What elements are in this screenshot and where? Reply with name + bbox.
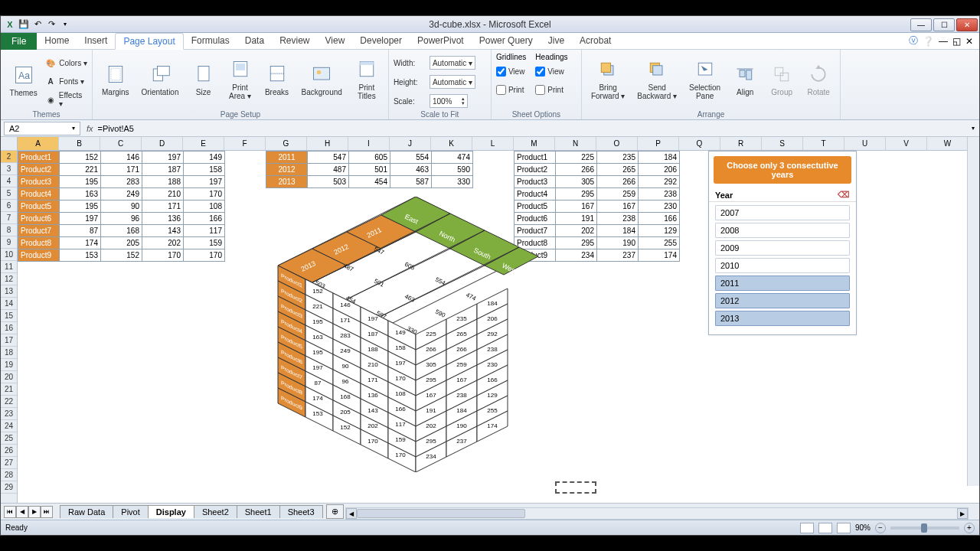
- zoom-level[interactable]: 90%: [855, 523, 871, 532]
- print-titles-button[interactable]: Print Titles: [350, 51, 384, 106]
- fonts-button[interactable]: AFonts ▾: [44, 73, 87, 90]
- headings-print-checkbox[interactable]: Print: [535, 81, 567, 98]
- height-dropdown[interactable]: Automatic▾: [430, 75, 475, 89]
- svg-text:96: 96: [342, 378, 349, 385]
- normal-view-button[interactable]: [800, 523, 814, 533]
- svg-text:234: 234: [426, 453, 436, 460]
- send-backward-button[interactable]: Send Backward ▾: [632, 51, 681, 106]
- slicer-item-2009[interactable]: 2009: [715, 240, 850, 256]
- maximize-button[interactable]: ☐: [933, 18, 955, 31]
- themes-button[interactable]: Aa Themes: [5, 52, 41, 107]
- row-headers[interactable]: 2345678910111213141516171819202122232425…: [1, 137, 18, 503]
- tab-insert[interactable]: Insert: [77, 33, 115, 49]
- horizontal-scrollbar[interactable]: ◀▶: [345, 507, 969, 520]
- group-button[interactable]: Group: [765, 51, 799, 106]
- bring-forward-button[interactable]: Bring Forward ▾: [586, 51, 629, 106]
- svg-text:237: 237: [456, 438, 467, 445]
- page-layout-view-button[interactable]: [818, 523, 832, 533]
- zoom-in-button[interactable]: +: [964, 523, 975, 533]
- redo-icon[interactable]: ↷: [45, 18, 57, 31]
- slicer-item-2013[interactable]: 2013: [715, 311, 850, 326]
- sheet-tab-sheet3[interactable]: Sheet3: [279, 505, 323, 518]
- table-years[interactable]: 2011547605554474201248750146359020135034…: [266, 151, 473, 188]
- svg-rect-23: [775, 67, 783, 76]
- year-slicer[interactable]: Choose only 3 consectutive years Year⌫ 2…: [708, 151, 857, 335]
- sheet-tab-sheet2[interactable]: Sheet2: [194, 505, 237, 518]
- slicer-item-2008[interactable]: 2008: [715, 223, 850, 238]
- expand-formula-icon[interactable]: ▾: [967, 125, 979, 132]
- table-products-left[interactable]: Product1152146197149Product2221171187158…: [18, 151, 225, 262]
- tab-developer[interactable]: Developer: [352, 33, 410, 49]
- sheet-tab-display[interactable]: Display: [148, 505, 194, 518]
- vertical-scrollbar[interactable]: [967, 137, 979, 486]
- effects-button[interactable]: ◉Effects ▾: [44, 91, 87, 108]
- background-button[interactable]: Background: [297, 51, 347, 106]
- tab-review[interactable]: Review: [272, 33, 317, 49]
- gridlines-view-checkbox[interactable]: View: [496, 63, 526, 80]
- align-button[interactable]: Align: [728, 51, 762, 106]
- svg-text:153: 153: [312, 410, 323, 417]
- sheet-tab-raw-data[interactable]: Raw Data: [60, 505, 113, 518]
- margins-button[interactable]: Margins: [97, 51, 134, 106]
- new-sheet-icon[interactable]: ⊕: [326, 504, 344, 519]
- scale-spinner[interactable]: 100%▴▾: [430, 94, 468, 108]
- tab-nav-first[interactable]: ⏮: [4, 506, 16, 518]
- size-button[interactable]: Size: [187, 51, 220, 106]
- app-close-icon[interactable]: ✕: [965, 36, 973, 47]
- svg-text:168: 168: [340, 393, 351, 400]
- tab-page-layout[interactable]: Page Layout: [115, 33, 183, 50]
- clear-filter-icon[interactable]: ⌫: [838, 190, 850, 200]
- svg-text:163: 163: [312, 334, 323, 341]
- svg-text:221: 221: [312, 303, 323, 310]
- slicer-item-2007[interactable]: 2007: [715, 205, 850, 220]
- sheet-tab-pivot[interactable]: Pivot: [113, 505, 148, 518]
- tab-acrobat[interactable]: Acrobat: [572, 33, 619, 49]
- zoom-slider[interactable]: [890, 527, 959, 530]
- page-break-view-button[interactable]: [837, 523, 851, 533]
- app-restore-icon[interactable]: ◱: [952, 36, 961, 47]
- minimize-button[interactable]: —: [910, 18, 932, 31]
- tab-nav-prev[interactable]: ◀: [16, 506, 28, 518]
- name-box[interactable]: A2▾: [4, 122, 80, 135]
- cube-chart[interactable]: 2013 2012 2011 East North South West: [255, 197, 546, 472]
- svg-text:202: 202: [426, 422, 436, 429]
- formula-input[interactable]: [98, 122, 964, 135]
- print-area-button[interactable]: Print Area ▾: [224, 51, 257, 106]
- slicer-title: Year: [715, 191, 733, 200]
- tab-home[interactable]: Home: [37, 33, 77, 49]
- close-button[interactable]: ✕: [956, 18, 978, 31]
- colors-button[interactable]: 🎨Colors ▾: [44, 54, 87, 71]
- slicer-item-2010[interactable]: 2010: [715, 258, 850, 273]
- headings-view-checkbox[interactable]: View: [535, 63, 567, 80]
- svg-text:108: 108: [395, 390, 406, 397]
- orientation-button[interactable]: Orientation: [137, 51, 184, 106]
- tab-nav-last[interactable]: ⏭: [41, 506, 53, 518]
- tab-powerpivot[interactable]: PowerPivot: [410, 33, 472, 49]
- zoom-out-button[interactable]: −: [875, 523, 886, 533]
- column-headers[interactable]: ABCDEFGHIJKLMNOPQRSTUVW: [18, 137, 979, 151]
- qat-dropdown-icon[interactable]: ▾: [59, 18, 71, 31]
- slicer-item-2011[interactable]: 2011: [715, 276, 850, 291]
- tab-formulas[interactable]: Formulas: [184, 33, 237, 49]
- breaks-button[interactable]: Breaks: [260, 51, 294, 106]
- app-minimize-icon[interactable]: —: [939, 36, 948, 47]
- fx-icon[interactable]: fx: [87, 124, 93, 133]
- tab-view[interactable]: View: [318, 33, 353, 49]
- file-tab[interactable]: File: [1, 33, 37, 50]
- status-bar: Ready 90% − +: [1, 520, 979, 535]
- svg-point-12: [317, 70, 321, 73]
- tab-nav-next[interactable]: ▶: [28, 506, 41, 518]
- gridlines-print-checkbox[interactable]: Print: [496, 81, 526, 98]
- slicer-item-2012[interactable]: 2012: [715, 293, 850, 308]
- help-icon[interactable]: ❔: [923, 36, 934, 47]
- width-dropdown[interactable]: Automatic▾: [430, 56, 475, 70]
- sheet-tab-sheet1[interactable]: Sheet1: [237, 505, 280, 518]
- save-icon[interactable]: 💾: [18, 18, 30, 31]
- minimize-ribbon-icon[interactable]: ⓥ: [909, 34, 918, 47]
- selection-pane-button[interactable]: Selection Pane: [684, 51, 725, 106]
- tab-power-query[interactable]: Power Query: [472, 33, 541, 49]
- tab-data[interactable]: Data: [237, 33, 272, 49]
- tab-jive[interactable]: Jive: [541, 33, 572, 49]
- undo-icon[interactable]: ↶: [31, 18, 44, 31]
- rotate-button[interactable]: Rotate: [802, 51, 835, 106]
